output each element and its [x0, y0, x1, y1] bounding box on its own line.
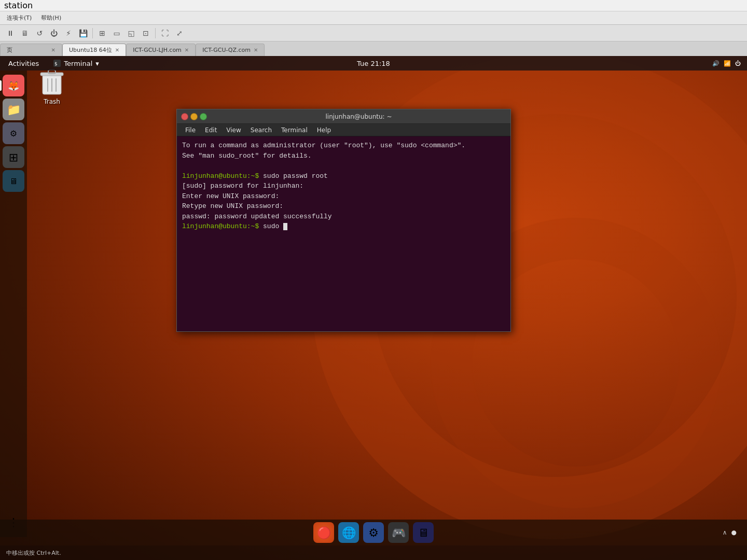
tab-ubuntu-close[interactable]: ✕ [115, 47, 119, 53]
svg-text:$: $ [54, 61, 58, 66]
taskbar-firefox-icon: 🌐 [342, 526, 356, 539]
toolbar-view4-btn[interactable]: ⊡ [140, 27, 152, 39]
left-dock: 🦊 📁 ⚙ ⊞ 🖥 ⋮ [0, 71, 27, 537]
dock-apps[interactable]: ⊞ [3, 146, 24, 168]
terminal-menu-edit[interactable]: Edit [201, 125, 221, 135]
terminal-titlebar: linjunhan@ubuntu: ~ [177, 109, 510, 124]
taskbar-display[interactable]: 🖥 [413, 522, 434, 543]
activities-button[interactable]: Activities [0, 56, 47, 71]
toolbar-power1-btn[interactable]: ⏻ [48, 27, 60, 39]
dock-settings[interactable]: ⚙ [3, 122, 24, 144]
trash-icon-svg [39, 67, 64, 96]
tab-ljh-label: ICT-GCU-LJH.com [133, 47, 182, 53]
panel-app-menu[interactable]: $ Terminal ▾ [47, 56, 105, 71]
bottom-taskbar: 🔴 🌐 ⚙ 🎮 🖥 [0, 520, 747, 545]
tab-ubuntu[interactable]: Ubuntu18 64位 ✕ [62, 44, 126, 56]
taskbar-firefox[interactable]: 🌐 [338, 522, 359, 543]
toolbar-fit-btn[interactable]: ⤢ [173, 27, 186, 39]
toolbar-view2-btn[interactable]: ▭ [110, 27, 123, 39]
toolbar-power3-btn[interactable]: 💾 [77, 27, 89, 39]
trash-label: Trash [31, 98, 73, 105]
taskbar-steam-icon: 🎮 [392, 526, 406, 539]
terminal-cursor [283, 223, 287, 230]
terminal-line-1: To run a command as administrator (user … [182, 141, 505, 151]
notify-dot: ● [731, 529, 737, 536]
terminal-menu-file[interactable]: File [181, 125, 200, 135]
vmware-bar: station [0, 0, 747, 11]
tab-ljh-close[interactable]: ✕ [185, 47, 189, 53]
dock-apps-icon: ⊞ [9, 151, 18, 164]
trash-desktop-icon[interactable]: Trash [31, 67, 73, 105]
dock-firefox-icon: 🦊 [8, 80, 19, 91]
dock-firefox[interactable]: 🦊 [3, 75, 24, 96]
terminal-line-2: See "man sudo_root" for details. [182, 151, 505, 161]
terminal-line-blank [182, 161, 505, 171]
terminal-content[interactable]: To run a command as administrator (user … [177, 136, 510, 331]
toolbar-view3-btn[interactable]: ◱ [125, 27, 137, 39]
terminal-menu-search[interactable]: Search [246, 125, 276, 135]
tab-qz-label: ICT-GCU-QZ.com [202, 47, 251, 53]
terminal-text-5: Enter new UNIX password: [182, 192, 279, 200]
dock-vm-icon: 🖥 [9, 176, 18, 186]
terminal-text-4: [sudo] password for linjunhan: [182, 182, 303, 190]
tab-ljh[interactable]: ICT-GCU-LJH.com ✕ [126, 44, 196, 56]
status-bar: 中移出或按 Ctrl+Alt. [0, 545, 747, 560]
terminal-line-6: Retype new UNIX password: [182, 201, 505, 212]
systray-network[interactable]: 📶 [724, 60, 731, 67]
tab-qz[interactable]: ICT-GCU-QZ.com ✕ [196, 44, 265, 56]
toolbar-fullscreen-btn[interactable]: ⛶ [159, 27, 171, 39]
toolbar-sep1 [92, 28, 93, 38]
terminal-prompt-2: linjunhan@ubuntu:~$ [182, 222, 259, 230]
taskbar-wheel-icon: ⚙ [368, 526, 379, 539]
notify-indicator[interactable]: ∧ ● [723, 520, 737, 545]
terminal-line-3: linjunhan@ubuntu:~$ sudo passwd root [182, 171, 505, 181]
window-close-btn[interactable] [181, 113, 188, 120]
toolbar-view1-btn[interactable]: ⊞ [96, 27, 108, 39]
vmware-menu-connections[interactable]: 连项卡(T) [3, 13, 36, 23]
terminal-prompt-1: linjunhan@ubuntu:~$ [182, 172, 259, 180]
terminal-icon: $ [53, 60, 61, 67]
gnome-panel: Activities $ Terminal ▾ Tue 21:18 🔊 📶 ⏻ [0, 56, 747, 71]
terminal-line-7: passwd: password updated successfully [182, 212, 505, 222]
terminal-menu-view[interactable]: View [222, 125, 245, 135]
vmware-menu-help[interactable]: 帮助(H) [37, 13, 65, 23]
terminal-window: linjunhan@ubuntu: ~ File Edit View Searc… [176, 109, 511, 332]
dock-settings-icon: ⚙ [10, 129, 17, 138]
dock-files[interactable]: 📁 [3, 99, 24, 120]
tab-qz-close[interactable]: ✕ [254, 47, 258, 53]
browser-tabs: 页 ✕ Ubuntu18 64位 ✕ ICT-GCU-LJH.com ✕ ICT… [0, 41, 747, 56]
systray-power[interactable]: ⏻ [735, 60, 741, 67]
tab-page[interactable]: 页 ✕ [0, 44, 62, 56]
toolbar-power2-btn[interactable]: ⚡ [62, 27, 75, 39]
taskbar-display-icon: 🖥 [418, 526, 429, 539]
toolbar-refresh-btn[interactable]: ↺ [33, 27, 46, 39]
terminal-line-8: linjunhan@ubuntu:~$ sudo [182, 221, 505, 232]
taskbar-wheel[interactable]: ⚙ [363, 522, 384, 543]
panel-systray: 🔊 📶 ⏻ [706, 60, 747, 67]
terminal-text-6: Retype new UNIX password: [182, 202, 283, 210]
toolbar-send-btn[interactable]: 🖥 [19, 27, 31, 39]
window-minimize-btn[interactable] [190, 113, 198, 120]
terminal-text-2: See "man sudo_root" for details. [182, 152, 312, 160]
terminal-title: linjunhan@ubuntu: ~ [211, 113, 506, 120]
toolbar-pause-btn[interactable]: ⏸ [4, 27, 17, 39]
terminal-menu-help[interactable]: Help [313, 125, 335, 135]
vmware-menu: 连项卡(T) 帮助(H) [0, 11, 747, 25]
terminal-text-7: passwd: password updated successfully [182, 213, 332, 220]
desktop: Activities $ Terminal ▾ Tue 21:18 🔊 📶 ⏻ … [0, 0, 747, 560]
terminal-line-5: Enter new UNIX password: [182, 191, 505, 202]
taskbar-ubuntu[interactable]: 🔴 [313, 522, 334, 543]
terminal-menubar: File Edit View Search Terminal Help [177, 124, 510, 136]
terminal-cmd-2: sudo [263, 222, 283, 230]
tab-page-close[interactable]: ✕ [51, 47, 56, 53]
window-maximize-btn[interactable] [200, 113, 207, 120]
dock-vm[interactable]: 🖥 [3, 170, 24, 192]
vmware-title: station [4, 1, 33, 10]
tab-page-label: 页 [7, 46, 12, 54]
panel-clock: Tue 21:18 [357, 60, 390, 67]
panel-app-label: Terminal [64, 60, 92, 67]
terminal-menu-terminal[interactable]: Terminal [277, 125, 312, 135]
systray-volume[interactable]: 🔊 [712, 60, 720, 67]
terminal-line-4: [sudo] password for linjunhan: [182, 181, 505, 191]
taskbar-steam[interactable]: 🎮 [388, 522, 409, 543]
